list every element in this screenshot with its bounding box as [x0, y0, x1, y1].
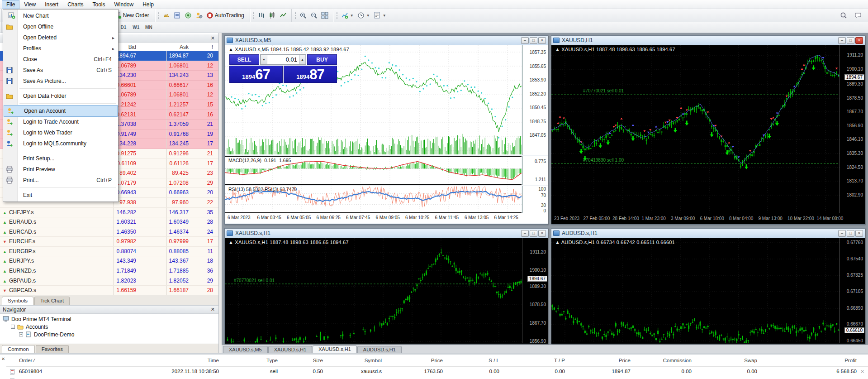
file-menu-item-exit[interactable]: Exit: [3, 190, 118, 201]
chart-area[interactable]: #70770021 sell 0.01▲ XAUUSD.s,H1 1887.48…: [225, 238, 548, 344]
candles-mode-button[interactable]: [267, 10, 278, 20]
line-mode-button[interactable]: [278, 10, 289, 20]
expand-icon[interactable]: +: [19, 332, 23, 336]
sell-price-box[interactable]: 189467: [229, 66, 283, 83]
file-menu-item-save-as-picture[interactable]: Save As Picture...: [3, 76, 118, 86]
maximize-button[interactable]: □: [847, 230, 854, 237]
window-title-bar[interactable]: XAUUSD,H1–□×: [551, 36, 865, 45]
window-title-bar[interactable]: XAUUSD.s,M5–□×: [225, 36, 548, 45]
toolbar-grip[interactable]: [295, 12, 296, 19]
tab-tick-chart[interactable]: Tick Chart: [34, 297, 70, 305]
autotrading-button[interactable]: AutoTrading: [204, 10, 247, 20]
chart-tab-xauusd-s-m5-0[interactable]: XAUUSD.s,M5: [223, 346, 268, 353]
buy-button[interactable]: BUY: [307, 54, 337, 65]
indicators-button[interactable]: ▼: [339, 10, 356, 20]
toolbar-grip[interactable]: [158, 12, 160, 19]
maximize-button[interactable]: □: [530, 230, 537, 237]
tile-windows-button[interactable]: [319, 10, 330, 20]
periods-button[interactable]: ▼: [356, 10, 372, 20]
minimize-button[interactable]: –: [838, 230, 846, 237]
volume-input[interactable]: [267, 55, 299, 64]
chat-button[interactable]: [853, 10, 863, 20]
file-menu-item-open-deleted[interactable]: Open Deleted▸: [3, 32, 118, 43]
file-menu-item-new-chart[interactable]: New Chart: [3, 10, 118, 21]
market-watch-row-gbpcad-s[interactable]: ▼GBPCAD.s1.661591.6618728: [0, 286, 218, 295]
file-menu-item-save-as[interactable]: Save AsCtrl+S: [3, 65, 118, 76]
chart-window-xauusd-h1[interactable]: XAUUSD,H1–□×#70770021 sell 0.01#70419830…: [551, 35, 865, 225]
file-menu-item-login-to-trade-account[interactable]: Login to Trade Account: [3, 116, 118, 127]
minimize-button[interactable]: –: [838, 37, 846, 44]
file-menu-item-profiles[interactable]: Profiles▸: [3, 43, 118, 54]
templates-button[interactable]: ▼: [372, 10, 388, 20]
menu-file[interactable]: File: [2, 0, 19, 9]
tab-symbols[interactable]: Symbols: [2, 297, 33, 305]
market-watch-row-eurgbp-s[interactable]: ▲EURGBP.s0.880740.8808511: [0, 247, 218, 257]
close-icon[interactable]: ✕: [211, 35, 215, 41]
toolbar-grip[interactable]: [337, 12, 338, 19]
chart-window-xauusd-s-h1[interactable]: XAUUSD.s,H1–□×#70770021 sell 0.01▲ XAUUS…: [224, 228, 548, 344]
menu-help[interactable]: Help: [138, 0, 158, 9]
community-button[interactable]: [194, 10, 204, 20]
timeframe-w1[interactable]: W1: [130, 24, 142, 31]
market-watch-row-euraud-s[interactable]: ▲EURAUD.s1.603211.6034928: [0, 217, 218, 227]
chart-area[interactable]: ▲ XAUUSD.s,M5 1894.15 1895.42 1893.92 18…: [225, 45, 548, 224]
market-watch-row-eurchf-s[interactable]: ▼EURCHF.s0.979820.9799917: [0, 237, 218, 247]
minimize-button[interactable]: –: [521, 230, 529, 237]
maximize-button[interactable]: □: [530, 37, 537, 44]
zoom-out-button[interactable]: [308, 10, 319, 20]
window-title-bar[interactable]: XAUUSD.s,H1–□×: [225, 229, 548, 238]
metaeditor-button[interactable]: [172, 10, 183, 20]
tab-favorites[interactable]: Favorites: [36, 345, 69, 353]
file-menu-item-login-to-web-trader[interactable]: Login to Web Trader: [3, 127, 118, 138]
tab-common[interactable]: Common: [2, 345, 35, 354]
close-icon[interactable]: ✕: [211, 307, 215, 312]
navigator-caption[interactable]: Navigator ✕: [0, 306, 218, 314]
navigator-item-accounts[interactable]: -Accounts: [3, 323, 218, 331]
search-button[interactable]: [838, 10, 849, 20]
chart-area[interactable]: ▲ AUDUSD.s,H1 0.66734 0.66742 0.66511 0.…: [551, 238, 865, 344]
file-menu-item-open-data-folder[interactable]: Open Data Folder: [3, 91, 118, 101]
webinar-button[interactable]: [183, 10, 194, 20]
close-button[interactable]: ×: [855, 37, 863, 44]
window-title-bar[interactable]: AUDUSD.s,H1–□×: [551, 229, 865, 238]
close-button[interactable]: ×: [538, 230, 546, 237]
chart-area[interactable]: #70770021 sell 0.01#70419830 sell 1.00▲ …: [551, 45, 865, 224]
chart-window-xauusd-s-m5[interactable]: XAUUSD.s,M5–□×▲ XAUUSD.s,M5 1894.15 1895…: [224, 35, 548, 225]
menu-charts[interactable]: Charts: [63, 0, 88, 9]
market-watch-row-chfjpy-s[interactable]: ▲CHFJPY.s146.282146.31735: [0, 208, 218, 218]
buy-price-box[interactable]: 189487: [284, 66, 337, 83]
menu-insert[interactable]: Insert: [40, 0, 63, 9]
zoom-in-button[interactable]: [298, 10, 308, 20]
file-menu-item-open-an-account[interactable]: Open an Account: [4, 106, 117, 116]
collapse-icon[interactable]: -: [11, 325, 15, 329]
chart-tab-xauusd-s-h1-1[interactable]: XAUUSD.s,H1: [268, 346, 313, 353]
order-row-65019804[interactable]: 650198042022.11.18 10:38:50sell0.50xauus…: [6, 367, 868, 376]
sell-button[interactable]: SELL: [229, 54, 259, 65]
file-menu-item-open-offline[interactable]: Open Offline: [3, 21, 118, 32]
market-watch-row-eurjpy-s[interactable]: ▲EURJPY.s143.349143.36718: [0, 256, 218, 266]
order-row-70419830[interactable]: 704198302023.03.10 23:03:48sell1.00xauus…: [6, 376, 868, 379]
market-watch-row-eurcad-s[interactable]: ▲EURCAD.s1.463501.4637424: [0, 227, 218, 237]
minimize-button[interactable]: –: [521, 37, 529, 44]
chart-window-audusd-s-h1[interactable]: AUDUSD.s,H1–□×▲ AUDUSD.s,H1 0.66734 0.66…: [551, 228, 865, 344]
chart-tab-audusd-s-h1-3[interactable]: AUDUSD.s,H1: [357, 346, 402, 353]
chart-tab-xauusd-s-h1-2[interactable]: XAUUSD.s,H1: [313, 345, 357, 353]
close-button[interactable]: ×: [538, 37, 546, 44]
timeframe-mn[interactable]: MN: [143, 24, 155, 31]
menu-tools[interactable]: Tools: [88, 0, 110, 9]
timeframe-d1[interactable]: D1: [118, 24, 129, 31]
file-menu-item-print[interactable]: Print...Ctrl+P: [3, 175, 118, 186]
file-menu-item-print-preview[interactable]: Print Preview: [3, 164, 118, 175]
menu-view[interactable]: View: [19, 0, 40, 9]
volume-increase-button[interactable]: ▲: [299, 55, 306, 64]
close-button[interactable]: ×: [855, 230, 863, 237]
market-watch-row-eurnzd-s[interactable]: ▲EURNZD.s1.718491.7188536: [0, 266, 218, 276]
menu-window[interactable]: Window: [110, 0, 138, 9]
navigator-item-doo-prime-mt4-terminal[interactable]: Doo Prime MT4 Terminal: [3, 315, 218, 323]
file-menu-item-close[interactable]: CloseCtrl+F4: [3, 54, 118, 65]
close-position-icon[interactable]: ✕: [857, 369, 864, 374]
bar-chart-mode-button[interactable]: [256, 10, 267, 20]
navigator-item-dooprime-demo[interactable]: +DooPrime-Demo: [3, 331, 218, 338]
file-menu-item-print-setup[interactable]: Print Setup...: [3, 153, 118, 164]
maximize-button[interactable]: □: [847, 37, 854, 44]
